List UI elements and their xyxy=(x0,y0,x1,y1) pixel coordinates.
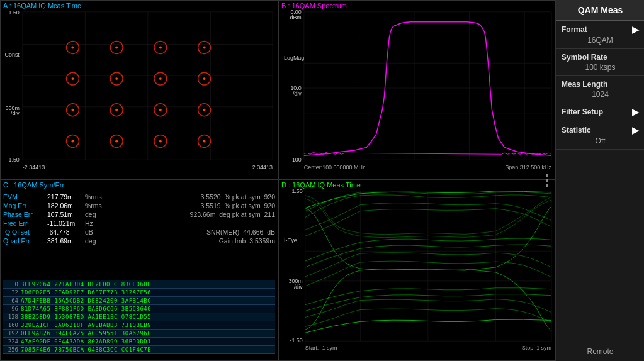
meas-row-iqoffset: IQ Offset -64.778 dB SNR(MER) 44.666 dB xyxy=(3,228,275,236)
meas-row-freqerr: Freq Err -11.021m Hz xyxy=(3,219,275,228)
sidebar-title: QAM Meas xyxy=(556,0,644,21)
meas-row-magerr: Mag Err 182.06m %rms 3.5519 % pk at sym … xyxy=(3,201,275,210)
svg-text:2.34413: 2.34413 xyxy=(252,164,273,170)
meas-label-evm: EVM xyxy=(3,193,47,201)
hex-row-32: 32 1D6ГD2E5 СГAD92E7 D6E7Г773 312A7Г56 xyxy=(3,289,275,297)
panel-c-title: C : 16QAM Sym/Err xyxy=(3,181,64,189)
svg-point-24 xyxy=(159,77,162,80)
hex-idx-64: 64 xyxy=(3,297,21,304)
svg-point-16 xyxy=(159,46,162,48)
hex-row-160: 160 329EA1CF 8A06218F A98BABB3 7310BEB9 xyxy=(3,321,275,330)
hex-idx-128: 128 xyxy=(3,314,21,320)
svg-text:/div: /div xyxy=(11,110,20,116)
svg-text:-2.34413: -2.34413 xyxy=(23,164,45,170)
svg-text:1.50: 1.50 xyxy=(291,188,302,194)
meas-val-evm: 217.79m xyxy=(47,193,85,201)
meas-label-freqerr: Freq Err xyxy=(3,219,47,227)
svg-point-30 xyxy=(115,109,118,111)
sidebar-item-measlength-value: 1024 xyxy=(562,90,639,99)
meas-unit-iqoffset: dB xyxy=(85,228,104,236)
hex-row-224: 224 47AF90DF 0E443ADA 807AD899 36BD0DD1 xyxy=(3,338,275,346)
meas-unit-evm: %rms xyxy=(85,193,104,201)
svg-text:I-Eye: I-Eye xyxy=(284,237,297,243)
meas-label-magerr: Mag Err xyxy=(3,202,47,209)
meas-unit-magerr: %rms xyxy=(85,202,104,209)
svg-text:LogMag: LogMag xyxy=(284,55,304,61)
svg-text:-100: -100 xyxy=(290,157,302,163)
panel-d-title: D : 16QAM IQ Meas Time xyxy=(281,181,361,189)
meas-val-quaderr: 381.69m xyxy=(47,237,85,245)
meas-row-phaseerr: Phase Err 107.51m deg 923.66m deg pk at … xyxy=(3,210,275,219)
sidebar-item-symbolrate: Symbol Rate 100 ksps xyxy=(556,49,644,76)
hex-data-96: 81D74A65 8F881F6D EA3D6C66 3B568640 xyxy=(21,306,275,312)
sidebar-item-symbolrate-label: Symbol Rate xyxy=(562,53,639,62)
svg-point-42 xyxy=(203,140,206,142)
hex-data-32: 1D6ГD2E5 СГAD92E7 D6E7Г773 312A7Г56 xyxy=(21,289,275,296)
meas-extra-quaderr: Gain Imb 3.5359m xyxy=(104,237,275,245)
hex-data-64: A7D4FEBB 16A5CDB2 DE824200 3AFB14BC xyxy=(21,297,275,304)
svg-point-36 xyxy=(71,140,74,142)
hex-row-256: 256 7085F4E6 7B750BCA 0438C3CC CC1F4C7E xyxy=(3,346,275,354)
hex-idx-224: 224 xyxy=(3,338,21,345)
meas-extra-evm: 3.5520 % pk at sym 920 xyxy=(104,193,275,201)
hex-table: 0 3EF92C64 221AE3D4 DF2FD0FC 83CE0600 32… xyxy=(3,280,275,358)
top-row: A : 16QAM IQ Mcas Timc xyxy=(0,0,556,179)
svg-point-32 xyxy=(159,109,162,111)
svg-text:Center:100.000000 MHz: Center:100.000000 MHz xyxy=(304,164,366,170)
panel-b: B : 16QAM Spectrum xyxy=(278,0,556,179)
svg-point-28 xyxy=(71,109,74,111)
hex-idx-96: 96 xyxy=(3,306,21,312)
svg-text:Span:312.500 kHz: Span:312.500 kHz xyxy=(505,164,551,170)
svg-point-38 xyxy=(115,140,118,142)
statistic-arrow: ▶ xyxy=(632,125,639,135)
filtersetup-arrow: ▶ xyxy=(632,107,639,117)
hex-idx-256: 256 xyxy=(3,347,21,353)
main-area: SIGLENT A : 16QAM IQ Mcas Timc xyxy=(0,0,556,361)
sidebar: QAM Meas Format ▶ 16QAM Symbol Rate 100 … xyxy=(556,0,644,361)
hex-row-0: 0 3EF92C64 221AE3D4 DF2FD0FC 83CE0600 xyxy=(3,280,275,289)
hex-data-192: 0FE9A826 394FCA25 AC059551 30A6796C xyxy=(21,330,275,336)
meas-unit-quaderr: deg xyxy=(85,237,104,245)
svg-text:-1.50: -1.50 xyxy=(290,337,302,343)
svg-point-18 xyxy=(203,46,206,48)
meas-unit-phaseerr: deg xyxy=(85,211,104,218)
meas-row-evm: EVM 217.79m %rms 3.5520 % pk at sym 920 xyxy=(3,192,275,201)
hex-idx-0: 0 xyxy=(3,281,21,287)
meas-label-phaseerr: Phase Err xyxy=(3,211,47,218)
hex-row-96: 96 81D74A65 8F881F6D EA3D6C66 3B568640 xyxy=(3,305,275,313)
svg-point-20 xyxy=(71,77,74,80)
hex-data-128: 38E258D9 153087ED AA1EE1EC 078C1D55 xyxy=(21,314,275,320)
meas-val-freqerr: -11.021m xyxy=(47,219,85,227)
sidebar-remote: Remote xyxy=(556,342,644,361)
svg-text:Const: Const xyxy=(4,52,20,58)
meas-val-iqoffset: -64.778 xyxy=(47,228,85,236)
svg-point-26 xyxy=(203,77,206,80)
sidebar-item-filtersetup-label: Filter Setup ▶ xyxy=(562,107,639,117)
sidebar-item-statistic-value: Off xyxy=(562,136,639,145)
hex-data-224: 47AF90DF 0E443ADA 807AD899 36BD0DD1 xyxy=(21,338,275,345)
sidebar-item-symbolrate-value: 100 ksps xyxy=(562,63,639,72)
meas-label-quaderr: Quad Err xyxy=(3,237,47,245)
meas-extra-magerr: 3.5519 % pk at sym 920 xyxy=(104,202,275,209)
svg-point-22 xyxy=(115,77,118,80)
panel-d: D : 16QAM IQ Meas Time xyxy=(278,179,556,361)
sidebar-item-statistic[interactable]: Statistic ▶ Off xyxy=(556,121,644,150)
sidebar-item-format-value: 16QAM xyxy=(562,36,639,45)
svg-point-34 xyxy=(203,109,206,111)
meas-unit-freqerr: Hz xyxy=(85,219,104,227)
meas-extra-iqoffset: SNR(MER) 44.666 dB xyxy=(104,228,275,236)
sidebar-item-format-label: Format ▶ xyxy=(562,25,639,35)
sidebar-item-measlength-label: Meas Length xyxy=(562,80,639,89)
sidebar-item-format[interactable]: Format ▶ 16QAM xyxy=(556,21,644,49)
meas-val-phaseerr: 107.51m xyxy=(47,211,85,218)
meas-label-iqoffset: IQ Offset xyxy=(3,228,47,236)
svg-text:Start: -1 sym: Start: -1 sym xyxy=(305,345,337,351)
hex-row-192: 192 0FE9A826 394FCA25 AC059551 30A6796C xyxy=(3,330,275,338)
sidebar-item-measlength: Meas Length 1024 xyxy=(556,76,644,103)
svg-point-12 xyxy=(71,46,74,48)
sidebar-item-filtersetup[interactable]: Filter Setup ▶ xyxy=(556,103,644,121)
sidebar-item-statistic-label: Statistic ▶ xyxy=(562,125,639,135)
hex-idx-192: 192 xyxy=(3,330,21,336)
svg-text:dBm: dBm xyxy=(290,14,301,21)
measurements-table: EVM 217.79m %rms 3.5520 % pk at sym 920 … xyxy=(3,192,275,245)
